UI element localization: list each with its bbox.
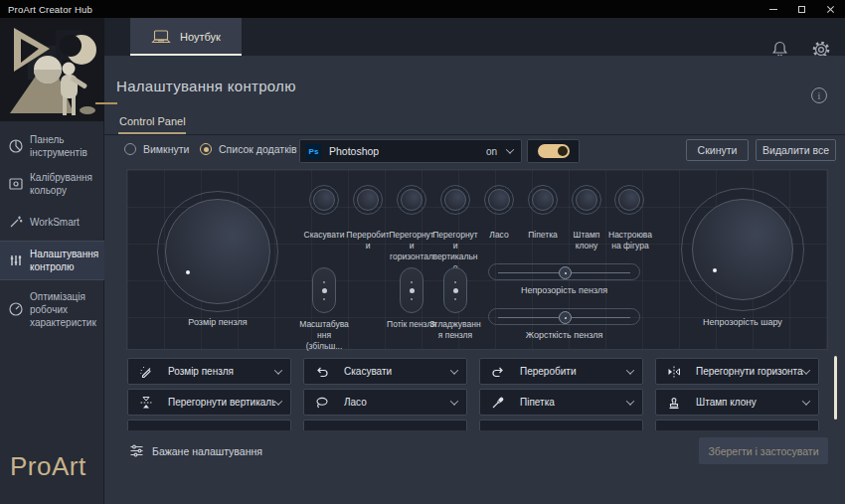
control-settings-icon — [8, 252, 24, 268]
dropdown-redo[interactable]: Переробити — [479, 358, 643, 385]
color-calibration-icon — [8, 176, 24, 192]
small-knob-flip-horizontal[interactable] — [401, 189, 422, 211]
controls-row: Вимкнути Список додатків Ps Photoshop on… — [104, 139, 845, 163]
radio-disable[interactable]: Вимкнути — [124, 143, 189, 155]
chevron-down-icon — [274, 366, 282, 374]
sidebar-item-control-settings[interactable]: Налаштування контролю — [0, 241, 104, 280]
knob-label: Піпетка — [520, 230, 566, 241]
small-knob-flip-vertical[interactable] — [444, 189, 466, 211]
function-assignment-list: Розмір пензля Скасувати Переробити Перег… — [127, 358, 828, 430]
info-icon[interactable] — [811, 87, 827, 103]
app-name: Photoshop — [329, 145, 486, 157]
left-dial-knob[interactable] — [165, 199, 270, 304]
slider-handle[interactable] — [559, 311, 572, 324]
rocker-label: Масштабування (збільш... — [298, 319, 350, 352]
gold-accent-line — [95, 102, 117, 104]
dropdown-eyedropper[interactable]: Піпетка — [479, 389, 643, 416]
left-knob-label: Розмір пензля — [143, 317, 292, 329]
right-dial-knob[interactable] — [692, 199, 793, 300]
small-knob-custom-shape[interactable] — [618, 189, 640, 211]
dropdown-clone-stamp[interactable]: Штамп клону — [655, 389, 819, 416]
knob-label: Скасувати — [301, 230, 347, 241]
dropdown-label: Перегорнути горизонтально — [696, 366, 803, 377]
dropdown-flip-horizontal[interactable]: Перегорнути горизонтально — [655, 358, 819, 385]
dropdown-partial[interactable] — [655, 420, 819, 430]
preferred-settings-label: Бажане налаштування — [152, 445, 262, 457]
save-and-apply-button[interactable]: Зберегти і застосувати — [699, 437, 828, 464]
rocker-label: Згладжування пензля — [429, 319, 481, 341]
dropdown-lasso[interactable]: Ласо — [303, 389, 467, 416]
small-knob-redo[interactable] — [357, 189, 379, 211]
radio-disable-label: Вимкнути — [143, 143, 189, 155]
maximize-button[interactable] — [787, 0, 816, 18]
knob-label: Ласо — [476, 230, 522, 241]
chevron-down-icon — [802, 366, 810, 374]
dropdown-partial[interactable] — [127, 420, 291, 430]
brush-size-icon — [138, 364, 154, 380]
sidebar-item-performance[interactable]: Оптимізація робочих характеристик — [0, 284, 104, 334]
right-knob-label: Непрозорість шару — [668, 317, 817, 329]
scrollbar-thumb[interactable] — [834, 356, 837, 420]
chevron-down-icon — [626, 366, 634, 374]
small-knob-eyedropper[interactable] — [532, 189, 554, 211]
chevron-down-icon — [626, 397, 634, 405]
knob-indicator-dot — [713, 268, 717, 272]
small-knob-undo[interactable] — [313, 189, 335, 211]
minimize-button[interactable] — [759, 0, 787, 18]
app-select-dropdown[interactable]: Ps Photoshop on — [299, 139, 522, 163]
delete-all-button[interactable]: Видалити все — [756, 139, 836, 161]
knob-label: Переробити — [345, 230, 391, 252]
tab-laptop-label: Ноутбук — [180, 31, 221, 43]
close-icon — [826, 5, 835, 14]
proart-artwork — [0, 18, 104, 121]
slider-brush-opacity[interactable] — [488, 263, 640, 280]
dropdown-label: Розмір пензля — [168, 366, 275, 377]
rocker-brush-flow[interactable] — [400, 267, 423, 313]
dashboard-icon — [8, 138, 24, 154]
tab-control-panel[interactable]: Control Panel — [119, 115, 186, 127]
flip-horizontal-icon — [666, 364, 682, 380]
chevron-down-icon — [506, 145, 514, 153]
tab-divider — [104, 134, 845, 135]
dropdown-brush-size[interactable]: Розмір пензля — [127, 358, 291, 385]
preferences-sliders-icon — [129, 443, 144, 458]
dropdown-undo[interactable]: Скасувати — [303, 358, 467, 385]
dropdown-partial[interactable] — [479, 420, 643, 430]
sidebar-item-dashboard[interactable]: Панель інструментів — [0, 127, 104, 165]
tab-laptop[interactable]: Ноутбук — [130, 18, 242, 56]
small-knob-clone-stamp[interactable] — [576, 189, 597, 211]
dropdown-flip-vertical[interactable]: Перегорнути вертикально — [127, 389, 291, 416]
dropdown-label: Піпетка — [520, 397, 627, 408]
photoshop-app-icon: Ps — [306, 144, 321, 159]
dropdown-partial[interactable] — [303, 420, 467, 430]
dropdown-label: Ласо — [344, 397, 451, 408]
app-enable-toggle[interactable] — [538, 144, 570, 158]
knob-label: Настроювана фігура — [606, 230, 654, 252]
sidebar-item-worksmart[interactable]: WorkSmart — [0, 209, 104, 235]
radio-circle — [124, 143, 136, 155]
small-knob-lasso[interactable] — [488, 189, 510, 211]
eyedropper-icon — [490, 395, 506, 411]
title-bar: ProArt Creator Hub — [0, 0, 845, 18]
radio-app-list[interactable]: Список додатків — [200, 143, 297, 155]
knob-indicator-dot — [186, 270, 190, 274]
page-title: Налаштування контролю — [116, 78, 296, 94]
rocker-brush-smoothing[interactable] — [443, 267, 467, 313]
app-state: on — [486, 146, 497, 157]
dropdown-label: Штамп клону — [696, 397, 803, 408]
rocker-zoom[interactable] — [312, 267, 336, 313]
lasso-icon — [314, 395, 330, 411]
slider-brush-hardness[interactable] — [488, 308, 640, 325]
sidebar-item-color-calibration[interactable]: Калібрування кольору — [0, 165, 104, 203]
worksmart-icon — [8, 214, 24, 230]
slider-handle[interactable] — [559, 266, 572, 279]
preferred-settings[interactable]: Бажане налаштування — [129, 443, 262, 458]
radio-app-list-label: Список додатків — [219, 143, 297, 155]
main-content: Налаштування контролю Control Panel Вимк… — [104, 56, 845, 504]
app-title: ProArt Creator Hub — [8, 4, 92, 15]
radio-circle-selected — [200, 143, 212, 155]
reset-button[interactable]: Скинути — [686, 139, 749, 161]
chevron-down-icon — [450, 397, 458, 405]
close-button[interactable] — [816, 0, 845, 18]
dropdown-label: Скасувати — [344, 366, 451, 377]
